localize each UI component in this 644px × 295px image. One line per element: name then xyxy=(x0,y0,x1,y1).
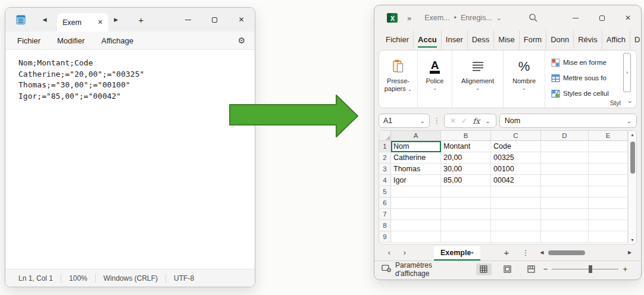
ribbon-tab-inser[interactable]: Inser xyxy=(441,30,467,49)
cell-E2[interactable] xyxy=(589,152,628,164)
sheet-more-icon[interactable]: ⋮ xyxy=(522,249,529,257)
menu-modifier[interactable]: Modifier xyxy=(57,36,85,45)
scroll-left-icon[interactable]: ◀ xyxy=(537,250,546,255)
ribbon-tab-form[interactable]: Form xyxy=(519,30,546,49)
ribbon-tab-révis[interactable]: Révis xyxy=(573,30,602,49)
cell-A9[interactable] xyxy=(391,231,441,243)
column-header-A[interactable]: A xyxy=(391,131,441,141)
column-header-E[interactable]: E xyxy=(589,131,628,141)
scroll-right-icon[interactable]: ▶ xyxy=(626,250,634,255)
maximize-button[interactable] xyxy=(589,5,615,30)
cell-A4[interactable]: Igor xyxy=(391,175,441,186)
cell-B4[interactable]: 85,00 xyxy=(441,175,491,186)
close-button[interactable]: ✕ xyxy=(228,8,255,32)
document-title[interactable]: Exem... • Enregis... ⌄ xyxy=(424,14,502,22)
formula-input[interactable]: Nom ⌄ xyxy=(499,114,637,128)
cell-A5[interactable] xyxy=(391,186,441,197)
cell-C1[interactable]: Code xyxy=(491,141,541,152)
add-sheet-button[interactable]: + xyxy=(504,247,509,258)
ribbon-group-clipboard[interactable]: Presse-papiers ⌄ xyxy=(379,51,417,108)
cell-B2[interactable]: 20,00 xyxy=(441,152,491,164)
horizontal-scrollbar[interactable]: ◀ ▶ xyxy=(537,250,634,256)
quick-access-overflow-icon[interactable]: » xyxy=(407,14,411,23)
cell-B9[interactable] xyxy=(441,231,491,243)
status-line-ending[interactable]: Windows (CRLF) xyxy=(96,274,166,283)
ribbon-tab-fichier[interactable]: Fichier xyxy=(382,30,413,49)
cell-styles-button[interactable]: Styles de cellul xyxy=(551,86,609,101)
row-header-6[interactable]: 6 xyxy=(379,197,391,209)
cell-D3[interactable] xyxy=(541,164,589,175)
cell-C2[interactable]: 00325 xyxy=(491,152,541,164)
cell-A8[interactable] xyxy=(391,220,441,231)
cell-A7[interactable] xyxy=(391,209,441,220)
new-tab-button[interactable]: + xyxy=(132,15,150,25)
row-header-5[interactable]: 5 xyxy=(379,186,391,197)
format-as-table-button[interactable]: Mettre sous fo xyxy=(551,70,607,86)
menu-fichier[interactable]: Fichier xyxy=(17,36,40,45)
column-header-C[interactable]: C xyxy=(491,131,541,141)
ribbon-tab-d[interactable]: D xyxy=(630,30,642,49)
horizontal-scroll-thumb[interactable] xyxy=(548,250,585,255)
cell-A1[interactable]: Nom xyxy=(391,141,441,152)
ribbon-tab-mise[interactable]: Mise xyxy=(493,30,518,49)
cell-E4[interactable] xyxy=(589,175,628,186)
drag-handle-icon[interactable]: ⋮ xyxy=(433,117,441,125)
formula-bar-expand-icon[interactable]: ⌄ xyxy=(627,118,632,124)
scroll-up-icon[interactable]: ▲ xyxy=(629,133,636,137)
cell-B8[interactable] xyxy=(441,220,491,231)
cancel-icon[interactable]: ✕ xyxy=(450,117,456,125)
cell-D9[interactable] xyxy=(541,231,589,243)
status-encoding[interactable]: UTF-8 xyxy=(166,274,202,283)
cell-E8[interactable] xyxy=(589,220,628,231)
cell-E5[interactable] xyxy=(589,186,628,197)
cell-B3[interactable]: 30,00 xyxy=(441,164,491,175)
cell-B7[interactable] xyxy=(441,209,491,220)
cell-D1[interactable] xyxy=(541,141,589,152)
notepad-text-area[interactable]: Nom;Montant;Code Catherine;="20,00";="00… xyxy=(5,50,255,269)
notepad-tab[interactable]: Exem ✕ xyxy=(57,13,108,32)
ribbon-group-number[interactable]: % Nombre ⌄ xyxy=(503,51,545,108)
cell-C8[interactable] xyxy=(491,220,541,231)
cell-A3[interactable]: Thomas xyxy=(391,164,441,175)
cell-C3[interactable]: 00100 xyxy=(491,164,541,175)
row-header-8[interactable]: 8 xyxy=(379,220,391,231)
close-button[interactable]: ✕ xyxy=(615,5,641,30)
column-header-D[interactable]: D xyxy=(541,131,589,141)
cell-D7[interactable] xyxy=(541,209,589,220)
cell-D2[interactable] xyxy=(541,152,589,164)
cell-E9[interactable] xyxy=(589,231,628,243)
cell-A2[interactable]: Catherine xyxy=(391,152,441,164)
menu-affichage[interactable]: Affichage xyxy=(101,36,133,45)
tab-forward-icon[interactable]: ▶ xyxy=(108,17,124,23)
cell-C7[interactable] xyxy=(491,209,541,220)
row-header-9[interactable]: 9 xyxy=(379,231,391,243)
insert-function-icon[interactable]: fx xyxy=(473,117,480,125)
cell-C9[interactable] xyxy=(491,231,541,243)
cell-B6[interactable] xyxy=(441,197,491,209)
cell-D6[interactable] xyxy=(541,197,589,209)
cell-C4[interactable]: 00042 xyxy=(491,175,541,186)
cell-E6[interactable] xyxy=(589,197,628,209)
conditional-formatting-button[interactable]: Mise en forme xyxy=(551,55,607,70)
page-break-view-button[interactable] xyxy=(524,263,539,275)
cell-B5[interactable] xyxy=(441,186,491,197)
display-settings-label[interactable]: Paramètres d'affichage xyxy=(395,261,456,278)
row-header-1[interactable]: 1 xyxy=(379,141,391,152)
minimize-button[interactable] xyxy=(562,5,589,30)
cell-D8[interactable] xyxy=(541,220,589,231)
sheet-tab[interactable]: Exemple- xyxy=(434,246,480,261)
ribbon-group-alignment[interactable]: Alignement ⌄ xyxy=(452,51,503,108)
select-all-corner[interactable] xyxy=(379,131,391,141)
search-icon[interactable] xyxy=(528,12,539,23)
vertical-scroll-thumb[interactable] xyxy=(630,142,635,174)
row-header-3[interactable]: 3 xyxy=(379,164,391,175)
settings-gear-icon[interactable]: ⚙ xyxy=(237,36,245,45)
cell-A6[interactable] xyxy=(391,197,441,209)
cell-E7[interactable] xyxy=(589,209,628,220)
row-header-4[interactable]: 4 xyxy=(379,175,391,186)
cell-C6[interactable] xyxy=(491,197,541,209)
zoom-slider-track[interactable] xyxy=(552,269,618,269)
cell-D4[interactable] xyxy=(541,175,589,186)
enter-icon[interactable]: ✓ xyxy=(461,117,467,125)
ribbon-collapse-icon[interactable]: ⌄ xyxy=(627,97,633,105)
